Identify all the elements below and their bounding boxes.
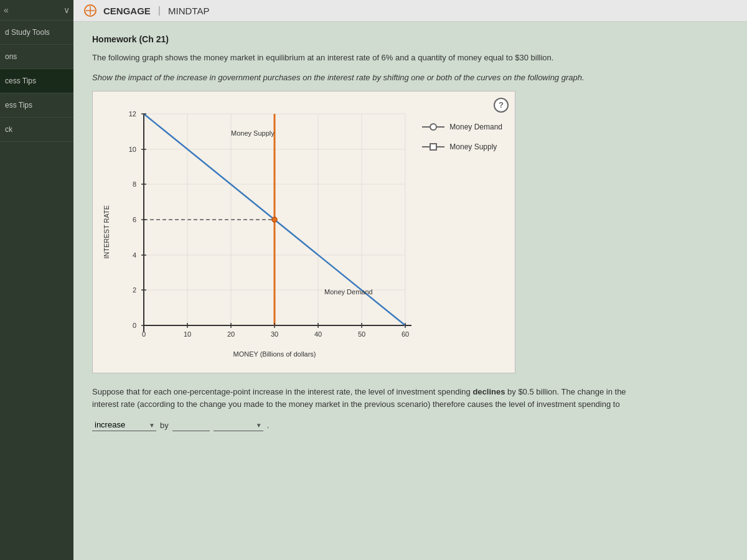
svg-text:60: 60 (402, 330, 409, 338)
sidebar-item-study-tools[interactable]: d Study Tools (0, 21, 73, 45)
money-supply-curve-label: Money Supply (231, 129, 275, 137)
svg-text:4: 4 (133, 251, 136, 259)
sidebar-item-cess-tips[interactable]: cess Tips (0, 69, 73, 93)
description-text: The following graph shows the money mark… (92, 52, 728, 64)
period-label: . (267, 421, 270, 430)
header-cengage: CENGAGE (103, 6, 151, 16)
graph-container: ? Money Demand Money Supply INTEREST RAT… (92, 91, 515, 373)
svg-text:0: 0 (133, 322, 136, 329)
sidebar-item-ess-tips[interactable]: ess Tips (0, 93, 73, 118)
money-supply-legend-label: Money Supply (449, 142, 497, 151)
money-supply-legend-icon (422, 146, 444, 147)
amount-input[interactable] (172, 419, 210, 431)
instruction-text: Show the impact of the increase in gover… (92, 73, 728, 82)
logo: CENGAGE | MINDTAP (83, 4, 209, 17)
svg-text:2: 2 (133, 286, 136, 294)
y-axis-label: INTEREST RATE (103, 205, 110, 259)
sidebar-item-directions[interactable]: ons (0, 45, 73, 69)
svg-text:12: 12 (129, 110, 136, 118)
header-mindtap: MINDTAP (168, 6, 209, 16)
svg-text:20: 20 (227, 330, 235, 338)
direction-dropdown-wrapper: increase decrease stay the same ▼ (92, 419, 156, 431)
money-demand-legend-label: Money Demand (449, 123, 502, 131)
graph-svg[interactable]: Money Supply Money Demand 0 2 4 6 8 10 1… (113, 101, 424, 363)
svg-text:40: 40 (314, 330, 322, 338)
unit-dropdown-wrapper: billion million ▼ (214, 419, 263, 431)
header-separator: | (158, 5, 161, 16)
sidebar-item-ck[interactable]: ck (0, 118, 73, 142)
bottom-controls: increase decrease stay the same ▼ by bil… (92, 419, 728, 431)
graph-legend: Money Demand Money Supply (422, 123, 502, 151)
money-demand-legend-icon (422, 126, 444, 128)
money-demand-curve-label: Money Demand (324, 288, 373, 296)
cengage-logo-icon (83, 4, 97, 17)
sidebar-top: « ∨ (0, 0, 73, 21)
by-label: by (160, 421, 169, 430)
svg-text:10: 10 (129, 146, 136, 153)
unit-dropdown[interactable]: billion million (214, 419, 263, 431)
svg-text:10: 10 (184, 330, 191, 338)
svg-text:30: 30 (271, 330, 278, 338)
page-title: Homework (Ch 21) (92, 34, 728, 44)
svg-text:6: 6 (133, 216, 136, 223)
main-content: CENGAGE | MINDTAP Homework (Ch 21) The f… (73, 0, 747, 560)
svg-point-19 (272, 217, 277, 222)
svg-text:8: 8 (133, 180, 136, 188)
svg-text:0: 0 (142, 330, 146, 338)
legend-money-demand: Money Demand (422, 123, 502, 131)
svg-text:MONEY (Billions of dollars): MONEY (Billions of dollars) (233, 350, 316, 358)
help-button[interactable]: ? (494, 98, 509, 113)
sidebar: « ∨ d Study Tools ons cess Tips ess Tips… (0, 0, 73, 560)
app-header: CENGAGE | MINDTAP (73, 0, 747, 22)
bottom-paragraph: Suppose that for each one-percentage-poi… (92, 386, 702, 412)
svg-text:50: 50 (358, 330, 365, 338)
legend-money-supply: Money Supply (422, 142, 502, 151)
expand-icon[interactable]: ∨ (63, 5, 70, 15)
collapse-icon[interactable]: « (4, 5, 9, 15)
page-content: Homework (Ch 21) The following graph sho… (73, 22, 747, 560)
direction-dropdown[interactable]: increase decrease stay the same (92, 419, 156, 431)
